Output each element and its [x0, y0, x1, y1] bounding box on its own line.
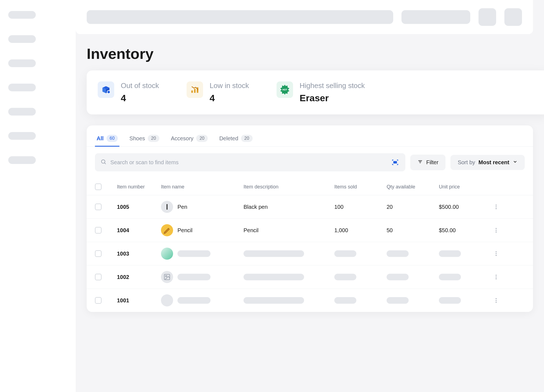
- tab-count-badge: 60: [106, 135, 118, 142]
- sidebar-item[interactable]: [8, 84, 36, 91]
- svg-point-21: [496, 232, 497, 233]
- row-checkbox[interactable]: [95, 227, 102, 234]
- stat-label: Out of stock: [121, 81, 159, 90]
- table-row[interactable]: 1002: [87, 265, 533, 289]
- hot-badge-icon: HOT: [277, 81, 293, 98]
- sort-label: Sort by: [458, 159, 475, 166]
- cell-items-sold: 100: [334, 204, 381, 210]
- box-icon: [98, 81, 114, 98]
- cell-item-number: 1004: [117, 227, 155, 234]
- row-more-button[interactable]: [491, 225, 501, 235]
- svg-point-30: [496, 298, 497, 299]
- svg-point-22: [496, 251, 497, 253]
- svg-point-24: [496, 255, 497, 256]
- cell-items-sold: [334, 297, 381, 304]
- inventory-table-card: All60Shoes20Accesory20Deleted20: [87, 125, 533, 312]
- sidebar-item[interactable]: [8, 59, 36, 67]
- cell-unit-price: [439, 297, 486, 304]
- chart-down-icon: [187, 81, 203, 98]
- sort-button[interactable]: Sort by Most recent: [450, 155, 525, 170]
- tab-count-badge: 20: [196, 135, 208, 142]
- row-more-button[interactable]: [491, 202, 501, 212]
- cell-item-description: Black pen: [244, 204, 329, 210]
- row-checkbox[interactable]: [95, 250, 102, 257]
- tab-count-badge: 20: [241, 135, 253, 142]
- sidebar-item[interactable]: [8, 108, 36, 116]
- stat-value: Eraser: [300, 93, 365, 103]
- row-more-button[interactable]: [491, 249, 501, 259]
- svg-rect-9: [395, 161, 395, 163]
- svg-point-17: [496, 206, 497, 207]
- svg-point-6: [102, 160, 105, 163]
- cell-items-sold: [334, 250, 381, 257]
- cell-item-name: [161, 248, 238, 260]
- stat-highest-selling: HOT Highest selling stock Eraser: [277, 81, 365, 103]
- col-item-description: Item description: [244, 184, 329, 190]
- tab-count-badge: 20: [148, 135, 159, 142]
- cell-qty-available: 20: [387, 204, 433, 210]
- stat-out-of-stock: Out of stock 4: [98, 81, 159, 103]
- svg-point-20: [496, 230, 497, 231]
- scan-barcode-icon[interactable]: [390, 158, 400, 167]
- col-item-name: Item name: [161, 184, 238, 190]
- svg-rect-11: [396, 161, 397, 163]
- cell-qty-available: [387, 297, 433, 304]
- row-more-button[interactable]: [491, 272, 501, 282]
- svg-rect-8: [394, 161, 394, 163]
- sidebar-item[interactable]: [8, 11, 36, 19]
- table-row[interactable]: 1005PenBlack pen10020$500.00: [87, 195, 533, 219]
- select-all-checkbox[interactable]: [95, 183, 102, 190]
- search-box: [95, 153, 405, 171]
- cell-item-number: 1002: [117, 274, 155, 280]
- cell-item-name: Pencil: [161, 224, 238, 236]
- topbar-search-placeholder[interactable]: [87, 10, 393, 24]
- sidebar-item[interactable]: [8, 35, 36, 43]
- col-unit-price: Unit price: [439, 184, 486, 190]
- topbar-action-placeholder[interactable]: [401, 10, 470, 24]
- search-icon: [100, 159, 106, 166]
- col-items-sold: Items sold: [334, 184, 381, 190]
- topbar-icon-placeholder[interactable]: [504, 8, 522, 26]
- cell-unit-price: [439, 250, 486, 257]
- cell-item-description: [244, 297, 329, 304]
- filter-label: Filter: [426, 159, 438, 166]
- filter-button[interactable]: Filter: [410, 155, 445, 170]
- tab-all[interactable]: All60: [95, 131, 119, 147]
- col-item-number: Item number: [117, 184, 155, 190]
- table-row[interactable]: 1001: [87, 289, 533, 312]
- stat-value: 4: [121, 93, 159, 103]
- sidebar-item[interactable]: [8, 156, 36, 164]
- row-checkbox[interactable]: [95, 204, 102, 210]
- page-title: Inventory: [76, 34, 544, 70]
- tab-accesory[interactable]: Accesory20: [169, 131, 209, 147]
- tab-label: Shoes: [129, 135, 145, 142]
- table-toolbar: Filter Sort by Most recent: [87, 147, 533, 178]
- svg-rect-10: [395, 161, 396, 163]
- stat-label: Low in stock: [210, 81, 249, 90]
- tab-label: All: [97, 135, 104, 142]
- cell-unit-price: $500.00: [439, 204, 486, 210]
- cell-item-name: [161, 294, 238, 306]
- tab-deleted[interactable]: Deleted20: [218, 131, 254, 147]
- svg-point-27: [496, 275, 497, 276]
- row-checkbox[interactable]: [95, 297, 102, 304]
- cell-unit-price: $50.00: [439, 227, 486, 234]
- cell-item-name: Pen: [161, 201, 238, 213]
- cell-item-description: [244, 250, 329, 257]
- chevron-down-icon: [513, 159, 518, 166]
- row-checkbox[interactable]: [95, 274, 102, 280]
- table-row[interactable]: 1004PencilPencil1,00050$50.00: [87, 219, 533, 242]
- cell-unit-price: [439, 274, 486, 280]
- cell-item-name: [161, 271, 238, 283]
- table-row[interactable]: 1003: [87, 242, 533, 265]
- sidebar-item[interactable]: [8, 132, 36, 140]
- stats-card: Out of stock 4 Low in stock 4 HOT Highe: [87, 70, 544, 114]
- filter-icon: [417, 159, 423, 166]
- table-header: Item number Item name Item description I…: [87, 178, 533, 195]
- cell-item-description: [244, 274, 329, 280]
- topbar-icon-placeholder[interactable]: [479, 8, 496, 26]
- search-input[interactable]: [110, 159, 387, 166]
- svg-point-32: [496, 302, 497, 303]
- row-more-button[interactable]: [491, 295, 501, 305]
- tab-shoes[interactable]: Shoes20: [128, 131, 161, 147]
